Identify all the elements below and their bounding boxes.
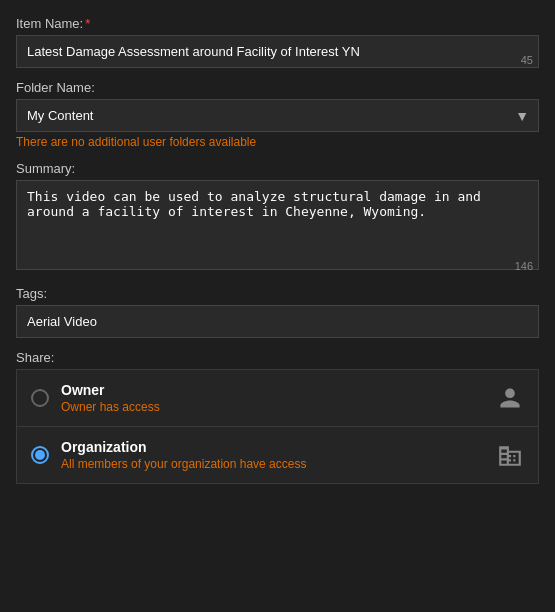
- radio-organization[interactable]: [31, 446, 49, 464]
- tags-label: Tags:: [16, 286, 539, 301]
- summary-wrapper: This video can be used to analyze struct…: [16, 180, 539, 274]
- item-name-label: Item Name:*: [16, 16, 539, 31]
- person-icon: [496, 386, 524, 410]
- owner-desc: Owner has access: [61, 400, 484, 414]
- folder-name-label: Folder Name:: [16, 80, 539, 95]
- share-options: Owner Owner has access Organization All …: [16, 369, 539, 484]
- radio-owner[interactable]: [31, 389, 49, 407]
- owner-text: Owner Owner has access: [61, 382, 484, 414]
- summary-field: Summary: This video can be used to analy…: [16, 161, 539, 274]
- folder-select-wrapper: My Content ▼: [16, 99, 539, 132]
- tags-field: Tags:: [16, 286, 539, 338]
- share-option-organization[interactable]: Organization All members of your organiz…: [16, 427, 539, 484]
- summary-label: Summary:: [16, 161, 539, 176]
- form-container: Item Name:* 45 Folder Name: My Content ▼…: [0, 0, 555, 500]
- organization-title: Organization: [61, 439, 484, 455]
- item-name-field: Item Name:* 45: [16, 16, 539, 68]
- share-label: Share:: [16, 350, 539, 365]
- item-name-wrapper: 45: [16, 35, 539, 68]
- folder-helper-text: There are no additional user folders ava…: [16, 135, 539, 149]
- summary-input[interactable]: This video can be used to analyze struct…: [16, 180, 539, 270]
- tags-input[interactable]: [16, 305, 539, 338]
- share-option-owner[interactable]: Owner Owner has access: [16, 369, 539, 427]
- folder-select[interactable]: My Content: [16, 99, 539, 132]
- share-section: Share: Owner Owner has access: [16, 350, 539, 484]
- item-name-char-count: 45: [521, 54, 533, 66]
- folder-name-field: Folder Name: My Content ▼ There are no a…: [16, 80, 539, 149]
- summary-char-count: 146: [515, 260, 533, 272]
- owner-title: Owner: [61, 382, 484, 398]
- radio-inner-dot: [35, 450, 45, 460]
- building-icon: [496, 442, 524, 468]
- organization-desc: All members of your organization have ac…: [61, 457, 484, 471]
- required-indicator: *: [85, 16, 90, 31]
- organization-text: Organization All members of your organiz…: [61, 439, 484, 471]
- item-name-input[interactable]: [16, 35, 539, 68]
